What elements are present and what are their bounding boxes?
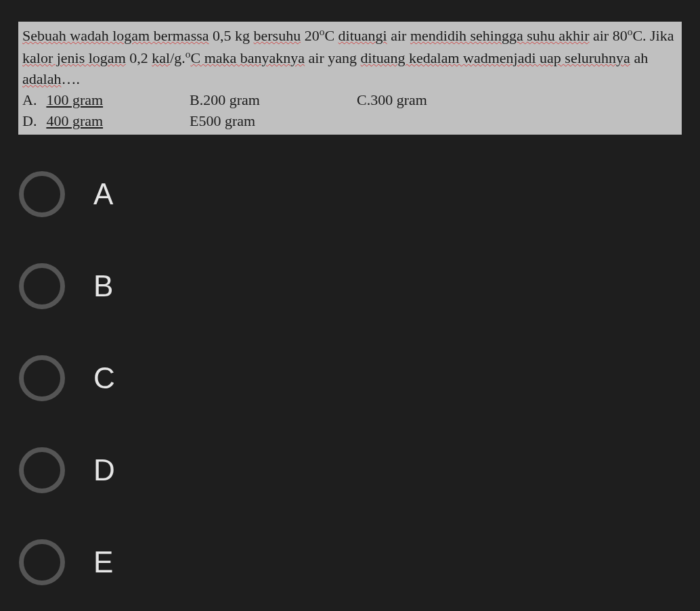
question-segment: maka banyaknya <box>204 49 305 66</box>
option-value: 400 gram <box>46 111 103 132</box>
radio-option-a[interactable]: A <box>19 171 700 217</box>
question-segment: dituangi <box>338 27 387 44</box>
question-segment: kal <box>152 49 170 66</box>
option-letter: B. <box>190 90 203 111</box>
radio-options-group: A B C D E <box>0 135 700 585</box>
question-segment: kalor jenis logam <box>22 49 126 66</box>
question-segment: air yang <box>305 49 360 66</box>
radio-label: E <box>93 545 113 579</box>
radio-option-d[interactable]: D <box>19 447 700 493</box>
question-segment: Sebuah wadah logam bermassa <box>22 27 209 44</box>
question-segment: bersuhu <box>254 27 301 44</box>
option-value: 300 gram <box>370 90 427 111</box>
option-value: 500 gram <box>198 111 255 132</box>
inline-option-b: B. 200 gram <box>190 90 357 111</box>
option-value: 100 gram <box>46 90 103 111</box>
question-segment: mendidih sehingga suhu akhir <box>410 27 590 44</box>
radio-option-e[interactable]: E <box>19 539 700 585</box>
inline-option-c: C. 300 gram <box>357 90 524 111</box>
option-letter: C. <box>357 90 370 111</box>
radio-option-b[interactable]: B <box>19 263 700 309</box>
radio-circle-icon <box>19 447 65 493</box>
radio-circle-icon <box>19 171 65 217</box>
option-letter: E <box>190 111 198 132</box>
radio-label: C <box>93 361 115 395</box>
radio-circle-icon <box>19 263 65 309</box>
question-segment: dituang kedalam wadmenjadi uap seluruhny… <box>361 49 630 66</box>
option-letter: A. <box>22 90 37 111</box>
radio-circle-icon <box>19 539 65 585</box>
radio-circle-icon <box>19 355 65 401</box>
radio-label: B <box>93 269 113 303</box>
inline-options-row-1: A.100 gram B. 200 gram C. 300 gram <box>22 90 678 111</box>
question-segment: 20 <box>301 27 320 44</box>
question-image: Sebuah wadah logam bermassa 0,5 kg bersu… <box>18 22 682 135</box>
question-segment: /g. <box>170 49 185 66</box>
question-segment: ah <box>630 49 648 66</box>
question-segment: 0,2 <box>126 49 152 66</box>
question-segment: air 80 <box>589 27 627 44</box>
question-segment: C. Jika <box>632 27 674 44</box>
question-segment: 0,5 kg <box>209 27 254 44</box>
option-letter: D. <box>22 111 37 132</box>
radio-option-c[interactable]: C <box>19 355 700 401</box>
option-value: 200 gram <box>203 90 260 111</box>
question-segment: C <box>324 27 338 44</box>
radio-label: A <box>93 177 113 211</box>
question-text-block: Sebuah wadah logam bermassa 0,5 kg bersu… <box>22 24 678 90</box>
radio-label: D <box>93 453 115 487</box>
question-segment: C <box>190 49 204 66</box>
inline-option-e: E 500 gram <box>190 111 357 132</box>
question-segment: …. <box>61 70 80 87</box>
inline-option-d: D.400 gram <box>22 111 190 132</box>
question-segment: adalah <box>22 70 61 87</box>
inline-options-row-2: D.400 gram E 500 gram <box>22 111 678 132</box>
inline-option-a: A.100 gram <box>22 90 190 111</box>
question-segment: air <box>387 27 410 44</box>
